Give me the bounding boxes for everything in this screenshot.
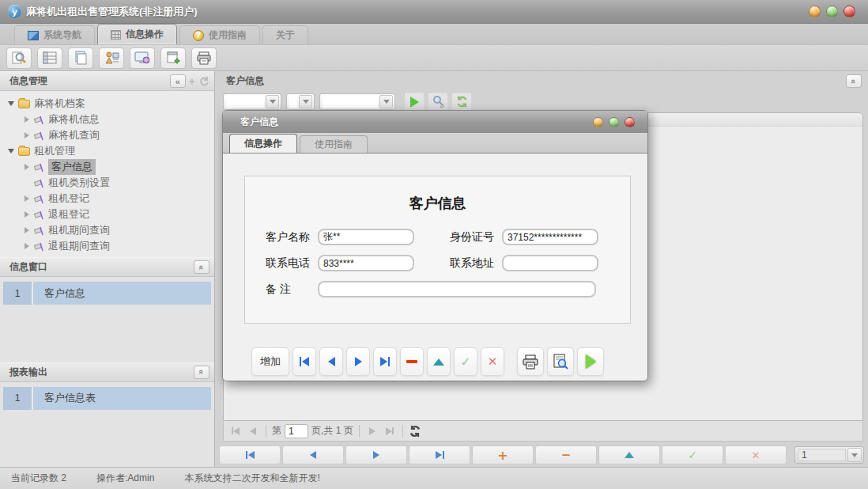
filter-combo-1[interactable] <box>223 93 281 110</box>
collapse-panel-button[interactable]: « <box>170 74 186 88</box>
dialog-tab-info-operate[interactable]: 信息操作 <box>229 134 297 153</box>
expand-arrow-icon[interactable] <box>22 195 32 202</box>
tree-item-majiang-query[interactable]: 麻将机查询 <box>0 127 214 143</box>
collapse-up-button[interactable]: « <box>194 260 209 274</box>
dialog-minimize-button[interactable] <box>593 117 603 127</box>
expand-arrow-icon[interactable] <box>22 132 32 138</box>
edit-record-button[interactable] <box>598 445 660 464</box>
phone-input[interactable] <box>318 255 414 271</box>
collapse-arrow-icon[interactable] <box>6 149 16 154</box>
run-button[interactable] <box>577 347 604 376</box>
collapse-up-button[interactable]: « <box>846 74 862 88</box>
last-record-button[interactable] <box>409 445 470 464</box>
user-report-button[interactable] <box>99 47 124 69</box>
collapse-up-button[interactable]: « <box>194 366 209 379</box>
first-record-button[interactable] <box>219 445 281 464</box>
tab-user-guide[interactable]: ? 使用指南 <box>179 25 260 44</box>
filter-combo-2[interactable] <box>286 93 315 110</box>
list-item[interactable]: 1 客户信息表 <box>3 387 211 410</box>
tree-item-label: 麻将机信息 <box>48 112 100 127</box>
dialog-close-button[interactable] <box>625 117 635 127</box>
print-button[interactable] <box>517 347 544 376</box>
tab-about[interactable]: 关于 <box>262 25 308 44</box>
prev-page-button[interactable] <box>246 424 260 438</box>
dropdown-arrow-icon[interactable] <box>379 95 393 108</box>
tree-item-return-period-query[interactable]: 退租期间查询 <box>0 238 214 254</box>
tree-item-rental-category[interactable]: 租机类别设置 <box>0 175 214 191</box>
window-controls <box>809 6 860 17</box>
filter-combo-3[interactable] <box>319 93 395 110</box>
tree-item-majiang-archive[interactable]: 麻将机档案 <box>0 96 214 112</box>
first-page-button[interactable] <box>228 424 243 438</box>
cancel-record-button[interactable]: ✕ <box>725 445 787 464</box>
post-record-button[interactable]: ✓ <box>662 445 723 464</box>
prev-record-button[interactable] <box>282 445 344 464</box>
tree-item-customer-info[interactable]: 客户信息 <box>0 159 214 175</box>
first-record-button[interactable] <box>292 347 316 376</box>
page-number-input[interactable] <box>285 424 308 438</box>
tree-item-majiang-info[interactable]: 麻将机信息 <box>0 112 214 127</box>
close-button[interactable] <box>843 6 855 17</box>
last-record-button[interactable] <box>373 347 397 376</box>
execute-query-button[interactable] <box>405 93 424 111</box>
delete-record-button[interactable]: − <box>535 445 597 464</box>
grid-refresh-icon[interactable] <box>409 425 421 438</box>
tree-item-rental-register[interactable]: 租机登记 <box>0 191 214 207</box>
prev-record-button[interactable] <box>319 347 343 376</box>
list-item[interactable]: 1 客户信息 <box>3 282 211 305</box>
magnifier-pencil-icon <box>432 95 445 108</box>
search-button[interactable] <box>6 47 32 69</box>
window-add-button[interactable] <box>160 47 186 69</box>
minimize-button[interactable] <box>809 6 821 17</box>
collapse-arrow-icon[interactable] <box>6 101 16 106</box>
expand-arrow-icon[interactable] <box>22 164 32 170</box>
tree-item-rental-period-query[interactable]: 租机期间查询 <box>0 222 214 238</box>
next-record-button[interactable] <box>346 347 370 376</box>
window-title: 麻将机出租出售管理系统(非注册用户) <box>26 5 198 19</box>
dropdown-arrow-icon[interactable] <box>266 95 279 108</box>
tool-icon <box>34 210 44 220</box>
table-view-button[interactable] <box>37 47 62 69</box>
expand-arrow-icon[interactable] <box>22 227 32 233</box>
tree-item-rental-manage[interactable]: 租机管理 <box>0 143 214 159</box>
add-button[interactable]: 增加 <box>251 347 289 376</box>
delete-record-button[interactable] <box>400 347 424 376</box>
main-tabbar: 系统导航 信息操作 ? 使用指南 关于 <box>0 24 868 45</box>
dropdown-arrow-icon[interactable] <box>299 95 312 108</box>
edit-record-button[interactable] <box>427 347 451 376</box>
cancel-record-button[interactable]: ✕ <box>481 347 504 376</box>
tree-item-return-register[interactable]: 退租登记 <box>0 207 214 222</box>
sidebar: 信息管理 « + 麻将机档案 麻将机信息 <box>0 71 215 467</box>
dialog-maximize-button[interactable] <box>609 117 619 127</box>
next-page-button[interactable] <box>365 424 379 438</box>
record-count-select[interactable]: 1 <box>794 446 864 464</box>
id-number-input[interactable] <box>502 229 598 245</box>
expand-arrow-icon[interactable] <box>22 243 32 249</box>
dropdown-arrow-icon[interactable] <box>847 448 862 462</box>
customer-name-input[interactable] <box>318 229 414 245</box>
monitor-globe-button[interactable] <box>130 47 155 69</box>
dialog-titlebar[interactable]: 客户信息 <box>223 111 647 133</box>
expand-arrow-icon[interactable] <box>22 116 32 123</box>
refresh-button[interactable] <box>452 93 471 111</box>
printer-button[interactable] <box>191 47 217 69</box>
expand-arrow-icon[interactable] <box>22 211 32 218</box>
dialog-tab-user-guide[interactable]: 使用指南 <box>300 135 368 153</box>
add-icon[interactable]: + <box>189 75 195 88</box>
address-input[interactable] <box>502 255 598 271</box>
tab-info-operate[interactable]: 信息操作 <box>97 24 177 44</box>
next-record-button[interactable] <box>345 445 407 464</box>
post-record-button[interactable]: ✓ <box>454 347 477 376</box>
tab-system-nav[interactable]: 系统导航 <box>14 25 95 44</box>
remark-input[interactable] <box>318 281 596 298</box>
last-page-button[interactable] <box>383 424 397 438</box>
insert-record-button[interactable]: + <box>472 445 534 464</box>
dialog-tabbar: 信息操作 使用指南 <box>223 133 647 153</box>
maximize-button[interactable] <box>826 6 838 17</box>
play-icon <box>410 97 419 108</box>
print-preview-button[interactable] <box>547 347 574 376</box>
search-edit-button[interactable] <box>428 93 447 111</box>
refresh-icon[interactable] <box>198 76 209 87</box>
tool-icon <box>34 115 44 125</box>
documents-button[interactable] <box>68 47 93 69</box>
